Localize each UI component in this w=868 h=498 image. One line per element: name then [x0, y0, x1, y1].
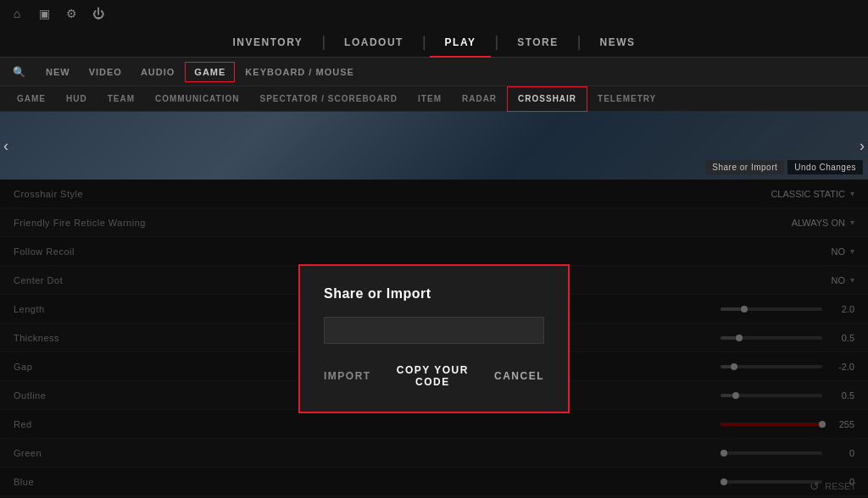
tab-video[interactable]: VIDEO	[81, 62, 131, 82]
modal-share-import: Share or Import IMPORT COPY YOUR CODE CA…	[298, 264, 570, 413]
monitor-icon[interactable]: ▣	[37, 7, 51, 20]
search-icon[interactable]: 🔍	[7, 62, 31, 82]
gear-icon[interactable]: ⚙	[64, 7, 78, 20]
nav-play[interactable]: PLAY	[430, 27, 492, 58]
nav-sep-3: |	[491, 33, 502, 51]
modal-overlay: Share or Import IMPORT COPY YOUR CODE CA…	[0, 180, 868, 498]
subtab-hud[interactable]: HUD	[56, 86, 97, 112]
subtab-item[interactable]: ITEM	[408, 86, 452, 112]
modal-title: Share or Import	[324, 286, 544, 302]
tab-game[interactable]: GAME	[185, 62, 235, 82]
power-icon[interactable]: ⏻	[92, 7, 105, 20]
subtab-communication[interactable]: COMMUNICATION	[145, 86, 249, 112]
nav-news[interactable]: NEWS	[584, 27, 650, 58]
subtab-team[interactable]: TEAM	[97, 86, 145, 112]
subtab-radar[interactable]: RADAR	[452, 86, 507, 112]
modal-code-input[interactable]	[324, 317, 544, 344]
subtab-telemetry[interactable]: TELEMETRY	[587, 86, 666, 112]
nav-loadout[interactable]: LOADOUT	[329, 27, 419, 58]
home-icon[interactable]: ⌂	[10, 7, 24, 20]
top-bar-icons: ⌂ ▣ ⚙ ⏻	[10, 7, 105, 20]
tab-keyboard-mouse[interactable]: KEYBOARD / MOUSE	[236, 62, 362, 82]
main-nav: INVENTORY | LOADOUT | PLAY | STORE | NEW…	[0, 27, 868, 58]
subtab-game[interactable]: GAME	[7, 86, 56, 112]
preview-arrow-left[interactable]: ‹	[3, 137, 8, 155]
preview-buttons: Share or Import Undo Changes	[705, 160, 863, 174]
nav-sep-1: |	[318, 33, 329, 51]
share-import-button[interactable]: Share or Import	[705, 160, 784, 174]
nav-inventory[interactable]: INVENTORY	[218, 27, 319, 58]
tab-audio[interactable]: AUDIO	[132, 62, 183, 82]
tab-new[interactable]: NEW	[37, 62, 79, 82]
undo-changes-button[interactable]: Undo Changes	[787, 160, 863, 174]
sub-tabs: GAME HUD TEAM COMMUNICATION SPECTATOR / …	[0, 86, 868, 112]
subtab-spectator[interactable]: SPECTATOR / SCOREBOARD	[250, 86, 409, 112]
top-bar: ⌂ ▣ ⚙ ⏻	[0, 0, 868, 27]
modal-import-button[interactable]: IMPORT	[324, 367, 371, 385]
preview-arrow-right[interactable]: ›	[860, 137, 865, 155]
modal-copy-button[interactable]: COPY YOUR CODE	[385, 361, 481, 391]
nav-store[interactable]: STORE	[502, 27, 574, 58]
preview-area: ‹ › Share or Import Undo Changes	[0, 112, 868, 180]
subtab-crosshair[interactable]: CROSSHAIR	[507, 86, 587, 112]
modal-buttons: IMPORT COPY YOUR CODE CANCEL	[324, 361, 544, 391]
nav-sep-2: |	[419, 33, 430, 51]
app-container: ⌂ ▣ ⚙ ⏻ INVENTORY | LOADOUT | PLAY | STO…	[0, 0, 868, 498]
settings-tabs: 🔍 NEW VIDEO AUDIO GAME KEYBOARD / MOUSE	[0, 58, 868, 86]
settings-content: Crosshair Style CLASSIC STATIC ▾ Friendl…	[0, 180, 868, 498]
nav-sep-4: |	[574, 33, 585, 51]
modal-cancel-button[interactable]: CANCEL	[494, 367, 544, 385]
